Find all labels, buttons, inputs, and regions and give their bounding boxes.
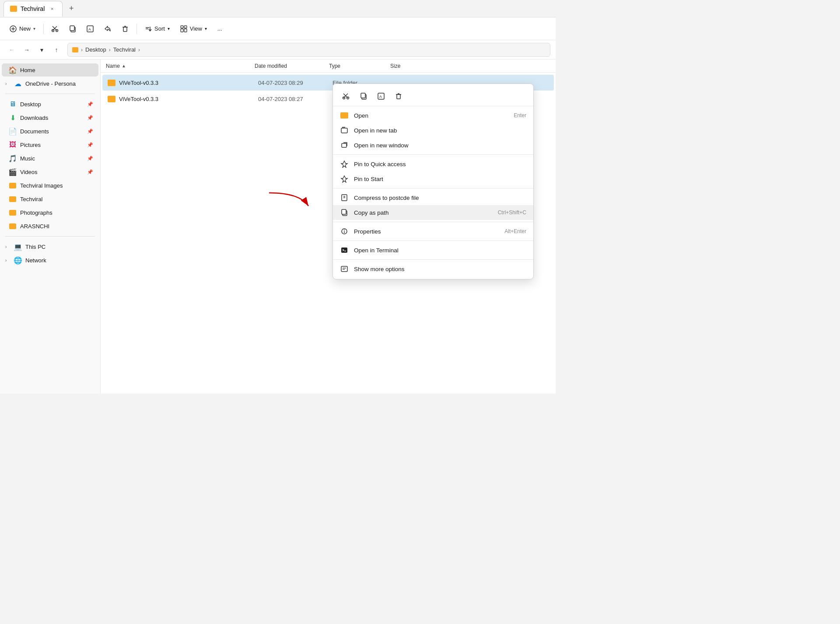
cm-open-new-window[interactable]: Open in new window xyxy=(333,138,533,153)
cm-open-label: Open xyxy=(354,112,508,119)
col-type-header[interactable]: Type xyxy=(329,63,390,69)
column-headers: Name ▲ Date modified Type Size xyxy=(101,59,556,73)
videos-pin: 📌 xyxy=(87,169,93,175)
more-button[interactable]: ... xyxy=(213,21,227,37)
new-button[interactable]: New ▾ xyxy=(5,21,40,37)
sidebar-item-arasnchi[interactable]: ARASNCHI xyxy=(2,220,98,233)
cm-pin-quick-access[interactable]: Pin to Quick access xyxy=(333,157,533,171)
svg-rect-43 xyxy=(341,266,347,272)
new-tab-button[interactable]: + xyxy=(64,2,78,16)
cm-properties[interactable]: Properties Alt+Enter xyxy=(333,224,533,239)
col-name-header[interactable]: Name ▲ xyxy=(106,63,255,69)
sort-button[interactable]: Sort ▾ xyxy=(140,21,174,37)
cm-rename-icon: A xyxy=(377,92,385,100)
cm-divider-3 xyxy=(333,222,533,222)
recent-button[interactable]: ▾ xyxy=(35,43,48,56)
cm-pin-start-label: Pin to Start xyxy=(354,176,526,182)
cm-pin-start-icon xyxy=(340,174,349,183)
sidebar-item-videos[interactable]: 🎬 Videos 📌 xyxy=(2,165,98,178)
svg-rect-17 xyxy=(184,26,187,28)
svg-rect-37 xyxy=(342,209,346,214)
sidebar-item-documents[interactable]: 📄 Documents 📌 xyxy=(2,125,98,138)
cm-compress[interactable]: Compress to postcde file xyxy=(333,190,533,205)
cm-open-new-window-icon xyxy=(340,141,349,150)
up-button[interactable]: ↑ xyxy=(50,43,63,56)
new-label: New xyxy=(19,25,31,32)
music-icon: 🎵 xyxy=(9,154,17,162)
svg-rect-19 xyxy=(184,29,187,32)
sidebar-item-music[interactable]: 🎵 Music 📌 xyxy=(2,152,98,165)
title-bar: Techviral × + xyxy=(0,0,556,17)
rename-button[interactable]: A xyxy=(82,21,98,37)
sidebar-item-desktop[interactable]: 🖥 Desktop 📌 xyxy=(2,98,98,111)
toolbar: New ▾ A Sort ▾ View ▾ ... xyxy=(0,17,556,40)
cm-copy-path[interactable]: Copy as path Ctrl+Shift+C xyxy=(333,205,533,220)
context-menu: A Open Enter Open in new tab xyxy=(332,84,534,279)
address-desktop: Desktop xyxy=(85,46,106,53)
cm-copy-path-shortcut: Ctrl+Shift+C xyxy=(498,209,526,216)
network-icon: 🌐 xyxy=(14,256,22,264)
cm-open[interactable]: Open Enter xyxy=(333,108,533,123)
sidebar-item-techviral-images[interactable]: Techviral Images xyxy=(2,179,98,192)
view-button[interactable]: View ▾ xyxy=(176,21,211,37)
copy-icon xyxy=(69,25,77,33)
home-icon: 🏠 xyxy=(9,66,17,74)
cm-rename-button[interactable]: A xyxy=(373,88,389,104)
sidebar-videos-label: Videos xyxy=(20,169,38,175)
sidebar-item-home[interactable]: 🏠 Home xyxy=(2,63,98,77)
cm-open-new-tab[interactable]: Open in new tab xyxy=(333,123,533,138)
cm-cut-button[interactable] xyxy=(338,88,354,104)
sidebar-item-thispc[interactable]: › 💻 This PC xyxy=(2,240,98,253)
annotation-arrow xyxy=(265,188,317,215)
pictures-icon: 🖼 xyxy=(9,141,17,149)
sidebar-pictures-label: Pictures xyxy=(20,142,41,148)
address-folder-icon xyxy=(72,47,78,52)
cm-open-terminal[interactable]: Open in Terminal xyxy=(333,243,533,258)
cm-show-more-label: Show more options xyxy=(354,266,526,272)
address-bar[interactable]: › Desktop › Techviral › xyxy=(67,43,550,57)
view-icon xyxy=(180,25,187,32)
sort-chevron: ▾ xyxy=(168,26,170,31)
sidebar-item-pictures[interactable]: 🖼 Pictures 📌 xyxy=(2,138,98,151)
sidebar-techviral-images-label: Techviral Images xyxy=(20,182,63,189)
sidebar-item-downloads[interactable]: ⬇ Downloads 📌 xyxy=(2,111,98,124)
tab-close-button[interactable]: × xyxy=(48,5,56,13)
separator-addr-3: › xyxy=(138,47,140,53)
delete-icon xyxy=(121,25,129,33)
delete-button[interactable] xyxy=(117,21,133,37)
sidebar-item-techviral[interactable]: Techviral xyxy=(2,192,98,206)
sidebar-item-onedrive[interactable]: › ☁ OneDrive - Persona xyxy=(2,77,98,90)
cm-divider-4 xyxy=(333,241,533,241)
active-tab[interactable]: Techviral × xyxy=(4,1,63,17)
cm-divider-5 xyxy=(333,259,533,260)
music-pin: 📌 xyxy=(87,156,93,161)
cm-pin-start[interactable]: Pin to Start xyxy=(333,171,533,186)
tab-label: Techviral xyxy=(21,5,45,12)
cm-open-new-window-label: Open in new window xyxy=(354,142,526,149)
cut-button[interactable] xyxy=(47,21,63,37)
forward-button[interactable]: → xyxy=(20,43,33,56)
sidebar-desktop-label: Desktop xyxy=(20,101,41,108)
separator-1 xyxy=(43,24,44,34)
col-date-header[interactable]: Date modified xyxy=(255,63,329,69)
sidebar-item-photographs[interactable]: Photographs xyxy=(2,206,98,219)
onedrive-expand: › xyxy=(5,81,10,86)
svg-rect-11 xyxy=(123,27,127,31)
separator-addr-1: › xyxy=(81,47,83,53)
cm-terminal-icon xyxy=(340,246,349,254)
file-name-0: ViVeTool-v0.3.3 xyxy=(108,80,258,86)
sidebar-home-label: Home xyxy=(20,67,35,73)
cm-show-more[interactable]: Show more options xyxy=(333,261,533,276)
share-button[interactable] xyxy=(100,21,116,37)
svg-rect-32 xyxy=(342,143,346,147)
sidebar-thispc-label: This PC xyxy=(25,244,46,250)
sidebar-item-network[interactable]: › 🌐 Network xyxy=(2,254,98,267)
cm-copy-button[interactable] xyxy=(356,88,371,104)
back-button[interactable]: ← xyxy=(5,43,18,56)
copy-button[interactable] xyxy=(65,21,80,37)
onedrive-icon: ☁ xyxy=(14,80,22,87)
scissors-icon xyxy=(51,25,59,33)
cm-delete-button[interactable] xyxy=(391,88,406,104)
col-size-header[interactable]: Size xyxy=(390,63,425,69)
tab-folder-icon xyxy=(10,6,17,12)
